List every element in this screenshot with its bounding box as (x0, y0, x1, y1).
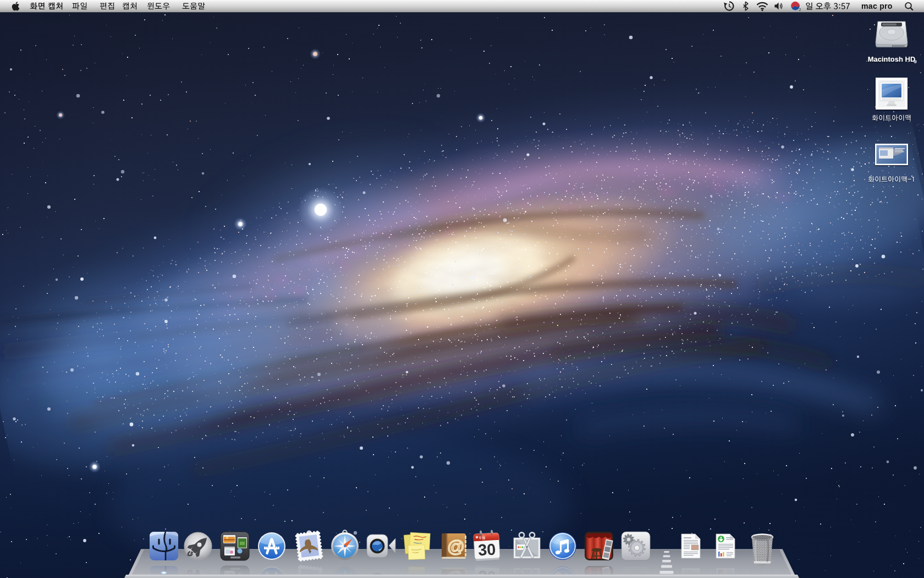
svg-text:2: 2 (799, 8, 801, 12)
svg-text:Macintosh HD: Macintosh HD (868, 55, 916, 63)
svg-text:mac pro: mac pro (861, 2, 893, 10)
